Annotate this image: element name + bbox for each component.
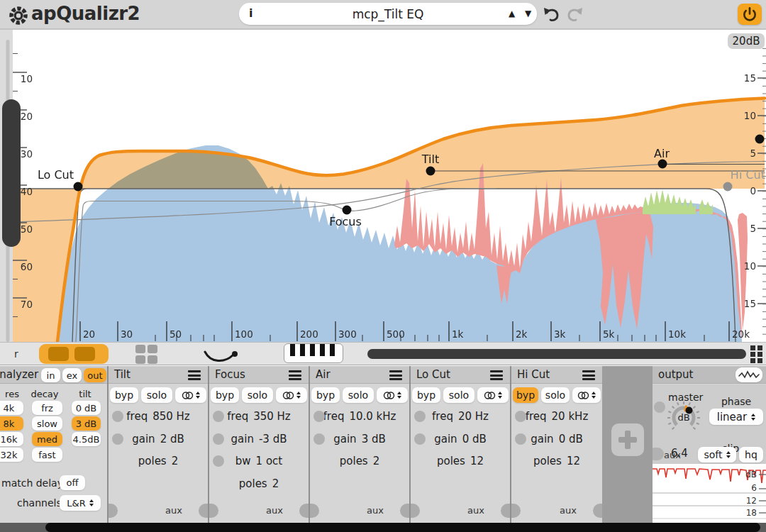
match-delay-toggle[interactable]: off bbox=[60, 475, 85, 490]
tilt-option[interactable]: 4.5dB bbox=[72, 432, 101, 446]
gain-knob[interactable] bbox=[213, 433, 224, 445]
freq-knob[interactable] bbox=[515, 411, 526, 422]
res-option[interactable]: 32k bbox=[0, 448, 23, 462]
param-value[interactable]: 3 dB bbox=[362, 433, 386, 445]
aux-knob[interactable] bbox=[109, 504, 118, 518]
module-menu-icon[interactable] bbox=[389, 370, 402, 382]
bypass-button[interactable]: byp bbox=[412, 387, 440, 403]
param-value[interactable]: 0 dB bbox=[462, 433, 487, 445]
param-value[interactable]: 12 bbox=[567, 455, 580, 467]
tilt-option[interactable]: 3 dB bbox=[72, 416, 101, 431]
stereo-mode-select[interactable] bbox=[175, 387, 206, 403]
aux-knob[interactable] bbox=[199, 504, 208, 518]
param-value[interactable]: 350 Hz bbox=[253, 410, 291, 423]
decay-option[interactable]: slow bbox=[32, 416, 62, 431]
stereo-mode-select[interactable] bbox=[572, 387, 601, 403]
param-value[interactable]: 2 bbox=[272, 477, 279, 490]
param-value[interactable]: 1 oct bbox=[256, 455, 283, 467]
add-module-button[interactable] bbox=[611, 423, 644, 456]
param-value[interactable]: 2 bbox=[373, 455, 380, 467]
aux-knob[interactable] bbox=[653, 448, 664, 460]
decay-option[interactable]: med bbox=[32, 432, 62, 446]
preset-prev-arrow[interactable]: ▲ bbox=[509, 9, 515, 18]
bypass-button[interactable]: byp bbox=[513, 387, 538, 403]
range-badge[interactable]: 20dB bbox=[728, 33, 765, 49]
piano-keyboard-icon[interactable] bbox=[284, 343, 343, 363]
param-value[interactable]: 10.0 kHz bbox=[349, 410, 396, 423]
stereo-mode-select[interactable] bbox=[377, 387, 408, 403]
tilt-option[interactable]: 0 dB bbox=[72, 401, 101, 415]
param-value[interactable]: 2 bbox=[172, 455, 179, 467]
bottom-scrollbar[interactable] bbox=[0, 523, 766, 532]
bypass-button[interactable]: byp bbox=[110, 387, 138, 403]
focus-node[interactable] bbox=[343, 206, 352, 215]
freq-knob[interactable] bbox=[112, 411, 123, 422]
horizontal-scrollbar[interactable] bbox=[367, 349, 746, 359]
hq-button[interactable]: hq bbox=[739, 447, 763, 462]
solo-button[interactable]: solo bbox=[443, 387, 474, 403]
undo-icon[interactable] bbox=[543, 7, 561, 23]
bypass-button[interactable]: byp bbox=[311, 387, 340, 403]
waveform-button[interactable] bbox=[736, 367, 762, 382]
settings-gear-icon[interactable] bbox=[9, 6, 28, 26]
clip-mode-select[interactable]: soft bbox=[698, 447, 736, 462]
module-menu-icon[interactable] bbox=[490, 370, 503, 382]
master-gain-knob[interactable]: dB bbox=[665, 399, 702, 436]
preset-next-arrow[interactable]: ▼ bbox=[525, 9, 531, 18]
grid-view-button[interactable] bbox=[135, 345, 160, 364]
power-button[interactable] bbox=[738, 4, 762, 25]
analyzer-mode-out[interactable]: out bbox=[84, 368, 106, 382]
solo-button[interactable]: solo bbox=[541, 387, 570, 403]
aux-knob[interactable] bbox=[501, 504, 510, 518]
param-value[interactable]: -3 dB bbox=[259, 433, 287, 445]
bottom-scrollbar-thumb[interactable] bbox=[45, 523, 760, 532]
param-value[interactable]: 20 kHz bbox=[552, 410, 589, 423]
bypass-button[interactable]: byp bbox=[211, 387, 239, 403]
param-value[interactable]: 12 bbox=[470, 455, 484, 467]
module-menu-icon[interactable] bbox=[289, 370, 301, 382]
gain-knob[interactable] bbox=[515, 433, 526, 445]
freq-knob[interactable] bbox=[213, 411, 224, 422]
gain-knob[interactable] bbox=[112, 433, 123, 445]
decay-option[interactable]: frz bbox=[32, 401, 62, 415]
decay-option[interactable]: fast bbox=[32, 448, 62, 462]
module-menu-icon[interactable] bbox=[582, 370, 595, 382]
tilt-node[interactable] bbox=[426, 167, 435, 176]
page-grid-icon[interactable] bbox=[750, 345, 763, 363]
phase-select[interactable]: linear bbox=[709, 409, 763, 425]
aux-knob[interactable] bbox=[310, 504, 319, 518]
res-option[interactable]: 4k bbox=[0, 401, 23, 415]
gain-handle-node[interactable] bbox=[755, 135, 765, 144]
dual-view-button[interactable] bbox=[39, 344, 109, 364]
stereo-mode-select[interactable] bbox=[477, 387, 509, 403]
solo-button[interactable]: solo bbox=[343, 387, 374, 403]
res-option[interactable]: 16k bbox=[0, 432, 23, 446]
channels-select[interactable]: L&R bbox=[60, 495, 101, 511]
gain-knob[interactable] bbox=[313, 433, 325, 445]
stereo-mode-select[interactable] bbox=[276, 387, 307, 403]
curve-tool-icon[interactable] bbox=[201, 345, 240, 365]
param-value[interactable]: 20 Hz bbox=[458, 410, 489, 423]
param-value[interactable]: 2 dB bbox=[160, 433, 184, 445]
param-value[interactable]: 850 Hz bbox=[152, 410, 190, 423]
aux-knob[interactable] bbox=[593, 504, 602, 518]
module-menu-icon[interactable] bbox=[188, 370, 201, 382]
master-side-knob[interactable] bbox=[654, 401, 665, 413]
air-node[interactable] bbox=[658, 160, 667, 169]
preset-bar[interactable]: i mcp_Tilt EQ ▲ ▼ bbox=[239, 3, 537, 25]
analyzer-mode-ex[interactable]: ex bbox=[62, 368, 82, 382]
aux-knob[interactable] bbox=[299, 504, 309, 518]
locut-node[interactable] bbox=[74, 182, 83, 192]
zoom-slider-thumb[interactable] bbox=[2, 99, 21, 247]
preset-name[interactable]: mcp_Tilt EQ bbox=[239, 7, 537, 21]
hicut-node[interactable] bbox=[723, 182, 733, 192]
bw-knob[interactable] bbox=[213, 455, 224, 467]
param-value[interactable]: 0 dB bbox=[559, 433, 583, 445]
freq-knob[interactable] bbox=[313, 411, 325, 422]
res-option[interactable]: 8k bbox=[0, 416, 23, 431]
gain-knob[interactable] bbox=[414, 433, 426, 445]
analyzer-mode-in[interactable]: in bbox=[41, 368, 60, 382]
aux-knob[interactable] bbox=[511, 504, 521, 518]
aux-knob[interactable] bbox=[400, 504, 409, 518]
redo-icon[interactable] bbox=[565, 7, 584, 23]
